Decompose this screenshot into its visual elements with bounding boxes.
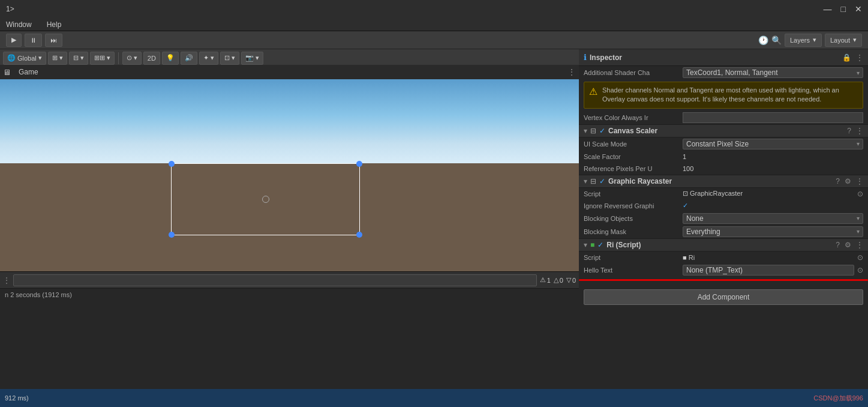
close-button[interactable]: ✕ — [855, 4, 862, 14]
ignore-reversed-label: Ignore Reversed Graphi — [584, 202, 683, 210]
game-tab-item[interactable]: Game — [14, 67, 43, 77]
handle-tr[interactable] — [356, 161, 362, 167]
handle-center[interactable] — [262, 196, 269, 203]
graphic-raycaster-more-icon[interactable]: ⋮ — [856, 177, 863, 185]
snap-button[interactable]: ⊞⊞ ▾ — [90, 52, 115, 65]
graphic-raycaster-help-icon[interactable]: ? — [836, 177, 840, 185]
light-button[interactable]: 💡 — [162, 52, 179, 65]
blocking-objects-dropdown[interactable]: None ▾ — [683, 213, 863, 224]
blocking-mask-dropdown[interactable]: Everything ▾ — [683, 226, 863, 237]
ri-script-settings-icon[interactable]: ⚙ — [845, 241, 851, 249]
shader-channels-dropdown[interactable]: TexCoord1, Normal, Tangent ▾ — [683, 67, 863, 78]
graphic-raycaster-enabled-checkbox[interactable]: ✓ — [599, 177, 605, 185]
transform-button[interactable]: ⊞ ▾ — [48, 52, 67, 65]
gr-script-link-icon[interactable]: ⊙ — [857, 190, 863, 198]
ignore-reversed-value[interactable]: ✓ — [683, 202, 863, 210]
scale-factor-row: Scale Factor 1 — [579, 151, 868, 163]
history-icon[interactable]: 🕐 — [758, 35, 768, 45]
ui-scale-mode-dropdown[interactable]: Constant Pixel Size ▾ — [683, 139, 863, 149]
camera-button[interactable]: 📷 ▾ — [241, 52, 263, 65]
ri-script-enabled-checkbox[interactable]: ✓ — [597, 241, 603, 249]
canvas-scaler-component-icon: ⊟ — [590, 127, 596, 135]
main-toolbar: ▶ ⏸ ⏭ 🕐 🔍 Layers ▾ Layout ▾ — [0, 31, 868, 49]
2d-button[interactable]: 2D — [143, 52, 160, 65]
shader-channels-row: Additional Shader Cha TexCoord1, Normal,… — [579, 66, 868, 79]
menu-window[interactable]: Window — [3, 19, 35, 30]
canvas-scaler-help-icon[interactable]: ? — [847, 127, 851, 135]
transform-icon: ⊞ — [52, 54, 58, 62]
render-mode-button[interactable]: ⊙ ▾ — [122, 52, 142, 65]
handle-br[interactable] — [356, 232, 362, 238]
scene-viewport — [0, 67, 579, 271]
canvas-scaler-enabled-checkbox[interactable]: ✓ — [599, 127, 605, 135]
snap-icon: ⊞⊞ — [94, 54, 105, 62]
play-button[interactable]: ▶ — [6, 34, 22, 47]
pivot-button[interactable]: ⊟ ▾ — [69, 52, 88, 65]
ri-script-header[interactable]: ▾ ■ ✓ Ri (Script) ? ⚙ ⋮ — [579, 238, 868, 252]
render-icon: ⊙ — [127, 54, 132, 62]
ri-script-collapse-icon: ▾ — [584, 241, 587, 249]
handle-bl[interactable] — [169, 232, 175, 238]
ui-scale-mode-label: UI Scale Mode — [584, 140, 683, 148]
hello-text-field[interactable]: None (TMP_Text) — [683, 265, 854, 276]
ri-script-help-icon[interactable]: ? — [836, 241, 840, 249]
canvas-scaler-actions: ? ⋮ — [847, 127, 863, 135]
gizmos-icon: ⊡ — [224, 54, 230, 62]
ref-pixels-row: Reference Pixels Per U 100 — [579, 163, 868, 175]
graphic-raycaster-header[interactable]: ▾ ⊟ ✓ Graphic Raycaster ? ⚙ ⋮ — [579, 175, 868, 188]
global-arrow-icon: ▾ — [38, 54, 42, 62]
audio-button[interactable]: 🔊 — [181, 52, 197, 65]
blocking-objects-label: Blocking Objects — [584, 215, 683, 222]
gizmos-arrow-icon: ▾ — [232, 54, 235, 62]
canvas-scaler-more-icon[interactable]: ⋮ — [856, 127, 863, 135]
pause-button[interactable]: ⏸ — [25, 34, 42, 47]
fx-icon: ✦ — [203, 54, 209, 62]
lock-icon[interactable]: 🔒 — [842, 53, 851, 62]
maximize-button[interactable]: □ — [841, 4, 846, 14]
warning-triangle-icon: ⚠ — [589, 86, 597, 104]
console-more-icon[interactable]: ⋮ — [3, 276, 10, 285]
divider-1 — [118, 52, 119, 64]
blocking-mask-row: Blocking Mask Everything ▾ — [579, 225, 868, 238]
layout-dropdown[interactable]: Layout ▾ — [825, 34, 862, 47]
error-icon: △ — [554, 276, 558, 284]
gizmos-button[interactable]: ⊡ ▾ — [220, 52, 239, 65]
layers-dropdown[interactable]: Layers ▾ — [785, 34, 822, 47]
game-tab-more-icon[interactable]: ⋮ — [567, 67, 576, 77]
search-icon[interactable]: 🔍 — [771, 35, 782, 45]
watermark-text: CSDN@加载996 — [813, 394, 863, 403]
ri-script-link-icon[interactable]: ⊙ — [857, 253, 863, 262]
render-arrow-icon: ▾ — [134, 54, 137, 62]
menu-help[interactable]: Help — [44, 19, 65, 30]
console-toolbar: ⋮ ⚠ 1 △ 0 ▽ 0 — [0, 272, 579, 289]
game-tab-bar: 🖥 Game ⋮ — [0, 65, 579, 79]
scale-factor-value: 1 — [683, 153, 863, 160]
scale-factor-label: Scale Factor — [584, 153, 683, 160]
fx-button[interactable]: ✦ ▾ — [199, 52, 218, 65]
console-search-input[interactable] — [13, 274, 537, 286]
vertex-color-field[interactable] — [683, 112, 863, 123]
menu-bar: Window Help — [0, 18, 868, 31]
canvas-scaler-header[interactable]: ▾ ⊟ ✓ Canvas Scaler ? ⋮ — [579, 124, 868, 137]
error-count: 0 — [560, 277, 563, 284]
ri-script-more-icon[interactable]: ⋮ — [856, 241, 863, 249]
other-filter-button[interactable]: ▽ 0 — [566, 276, 576, 284]
minimize-button[interactable]: — — [824, 4, 832, 14]
warning-count: 1 — [547, 277, 551, 284]
ri-script-label: Script — [584, 254, 683, 261]
svg-rect-0 — [0, 67, 579, 163]
graphic-raycaster-settings-icon[interactable]: ⚙ — [845, 177, 851, 185]
warning-filter-button[interactable]: ⚠ 1 — [540, 276, 551, 284]
step-button[interactable]: ⏭ — [45, 34, 62, 47]
hello-text-link-icon[interactable]: ⊙ — [857, 266, 863, 274]
other-count: 0 — [572, 277, 576, 284]
global-button[interactable]: 🌐 Global ▾ — [3, 52, 46, 65]
inspector-more-icon[interactable]: ⋮ — [856, 53, 863, 62]
transform-arrow-icon: ▾ — [59, 54, 63, 62]
ri-script-row: Script ■ Ri ⊙ — [579, 252, 868, 264]
add-component-button[interactable]: Add Component — [584, 289, 863, 305]
error-filter-button[interactable]: △ 0 — [554, 276, 563, 284]
blocking-mask-label: Blocking Mask — [584, 228, 683, 235]
game-icon: 🖥 — [3, 68, 11, 77]
handle-tl[interactable] — [169, 161, 175, 167]
